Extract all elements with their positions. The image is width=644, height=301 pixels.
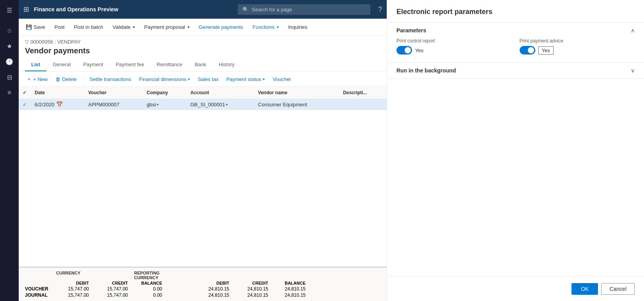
financial-dimensions-button[interactable]: Financial dimensions ▾ xyxy=(136,75,193,84)
hamburger-menu-icon[interactable]: ☰ xyxy=(2,3,16,17)
run-background-section: Run in the background ∨ xyxy=(387,63,644,79)
financial-dim-caret-icon: ▾ xyxy=(188,77,190,81)
delete-button[interactable]: 🗑 Delete xyxy=(52,75,80,84)
delete-icon: 🗑 xyxy=(55,76,60,82)
col-company[interactable]: Company xyxy=(143,87,186,99)
filter-icon: ▽ xyxy=(25,39,29,45)
settle-transactions-button[interactable]: Settle transactions xyxy=(87,75,134,84)
company-caret-icon[interactable]: ▾ xyxy=(157,102,159,107)
col-description[interactable]: Descripti... xyxy=(339,87,387,99)
help-icon[interactable]: ? xyxy=(378,5,382,14)
journal-credit: 15,747.00 xyxy=(95,292,134,298)
separator xyxy=(83,74,83,84)
parameters-collapse-icon[interactable]: ∧ xyxy=(631,27,635,33)
journal-r-credit: 24,810.15 xyxy=(235,292,274,298)
parameters-section-title: Parameters xyxy=(396,27,426,33)
tabs: List General Payment Payment fee Remitta… xyxy=(25,58,380,71)
panel-header: Electronic report parameters xyxy=(387,0,644,23)
r-debit-col-header: DEBIT xyxy=(196,281,235,285)
search-input[interactable] xyxy=(252,7,366,12)
list-icon[interactable]: ≡ xyxy=(2,86,16,100)
parameters-section-body: Print control report Yes Print payment a… xyxy=(387,38,644,62)
voucher-debit: 15,747.00 xyxy=(56,286,95,292)
validate-button[interactable]: Validate ▾ xyxy=(109,20,139,34)
debit-col-header: DEBIT xyxy=(56,281,95,285)
voucher-button[interactable]: Voucher xyxy=(269,75,294,84)
cancel-button[interactable]: Cancel xyxy=(601,283,635,295)
table-row[interactable]: ✓ 6/2/2020 📅 APPM000007 gbsi xyxy=(19,99,387,110)
print-payment-advice-control: Yes xyxy=(520,46,635,55)
print-payment-advice-label: Print payment advice xyxy=(520,38,635,44)
row-date: 6/2/2020 📅 xyxy=(31,99,84,110)
row-description xyxy=(339,99,387,110)
tab-general[interactable]: General xyxy=(46,58,77,71)
voucher-label: VOUCHER xyxy=(25,286,56,292)
print-payment-advice-value: Yes xyxy=(538,46,554,55)
row-check[interactable]: ✓ xyxy=(19,99,31,110)
row-account: GB_SI_000001 ▾ xyxy=(186,99,254,110)
star-icon[interactable]: ★ xyxy=(2,39,16,53)
voucher-summary-row: VOUCHER 15,747.00 15,747.00 0.00 24,810.… xyxy=(25,286,380,292)
home-icon[interactable]: ⌂ xyxy=(2,23,16,37)
workspace-icon[interactable]: ⊟ xyxy=(2,70,16,84)
app-grid-icon[interactable]: ⊞ xyxy=(23,5,29,14)
tab-payment[interactable]: Payment xyxy=(77,58,109,71)
post-batch-button[interactable]: Post in batch xyxy=(70,20,107,34)
payment-status-button[interactable]: Payment status ▾ xyxy=(223,75,268,84)
generate-payments-button[interactable]: Generate payments xyxy=(195,20,247,34)
post-button[interactable]: Post xyxy=(51,20,69,34)
voucher-credit: 15,747.00 xyxy=(95,286,134,292)
print-control-report-toggle[interactable] xyxy=(396,46,412,55)
print-payment-advice-param: Print payment advice Yes xyxy=(520,38,635,55)
search-icon: 🔍 xyxy=(242,7,249,12)
print-payment-advice-toggle[interactable] xyxy=(520,46,535,55)
tab-list[interactable]: List xyxy=(25,58,46,71)
inquiries-button[interactable]: Inquiries xyxy=(284,20,311,34)
row-voucher: APPM000007 xyxy=(84,99,143,110)
journal-balance: 0.00 xyxy=(134,292,165,298)
print-control-report-label: Print control report xyxy=(396,38,512,44)
payment-proposal-caret-icon: ▾ xyxy=(188,25,189,29)
parameters-section-header[interactable]: Parameters ∧ xyxy=(387,23,644,38)
run-background-section-header[interactable]: Run in the background ∨ xyxy=(387,63,644,78)
col-account[interactable]: Account xyxy=(186,87,254,99)
print-control-report-value: Yes xyxy=(415,48,423,53)
new-icon: ＋ xyxy=(27,76,32,83)
r-credit-col-header: CREDIT xyxy=(235,281,274,285)
functions-button[interactable]: Functions ▾ xyxy=(249,20,283,34)
save-button[interactable]: 💾 Save xyxy=(22,20,49,34)
new-button[interactable]: ＋ + New xyxy=(23,74,51,84)
main-area: ⊞ Finance and Operations Preview 🔍 ? 💾 S… xyxy=(19,0,387,301)
journal-r-balance: 24,810.15 xyxy=(274,292,306,298)
col-date[interactable]: Date xyxy=(31,87,84,99)
tab-remittance[interactable]: Remittance xyxy=(150,58,189,71)
payment-status-caret-icon: ▾ xyxy=(263,77,265,81)
col-voucher[interactable]: Voucher xyxy=(84,87,143,99)
calendar-icon[interactable]: 📅 xyxy=(56,101,63,107)
search-box[interactable]: 🔍 xyxy=(238,4,370,15)
tab-history[interactable]: History xyxy=(212,58,241,71)
currency-label: CURRENCY xyxy=(56,271,95,280)
ok-button[interactable]: OK xyxy=(571,283,598,295)
save-icon: 💾 xyxy=(26,24,32,30)
voucher-r-credit: 24,810.15 xyxy=(235,286,274,292)
tab-bank[interactable]: Bank xyxy=(188,58,212,71)
col-vendor-name[interactable]: Vendor name xyxy=(254,87,339,99)
history-icon[interactable]: 🕐 xyxy=(2,55,16,69)
r-balance-col-header: BALANCE xyxy=(274,281,306,285)
tab-payment-fee[interactable]: Payment fee xyxy=(110,58,150,71)
page-content: ▽ 00000058 : VENDPAY Vendor payments Lis… xyxy=(19,36,387,301)
parameters-section: Parameters ∧ Print control report Yes xyxy=(387,23,644,63)
title-bar: ⊞ Finance and Operations Preview 🔍 ? xyxy=(19,0,387,19)
checkmark-icon: ✓ xyxy=(23,102,27,107)
credit-col-header: CREDIT xyxy=(95,281,134,285)
voucher-r-debit: 24,810.15 xyxy=(196,286,235,292)
sales-tax-button[interactable]: Sales tax xyxy=(195,75,221,84)
toggle-slider-2 xyxy=(520,46,535,55)
run-background-title: Run in the background xyxy=(396,67,456,74)
run-background-expand-icon[interactable]: ∨ xyxy=(631,67,635,74)
payment-proposal-button[interactable]: Payment proposal ▾ xyxy=(140,20,193,34)
table-container: ✓ Date Voucher Company Account Vendor na… xyxy=(19,87,387,267)
toggle-slider xyxy=(396,46,412,55)
account-caret-icon[interactable]: ▾ xyxy=(226,102,228,107)
